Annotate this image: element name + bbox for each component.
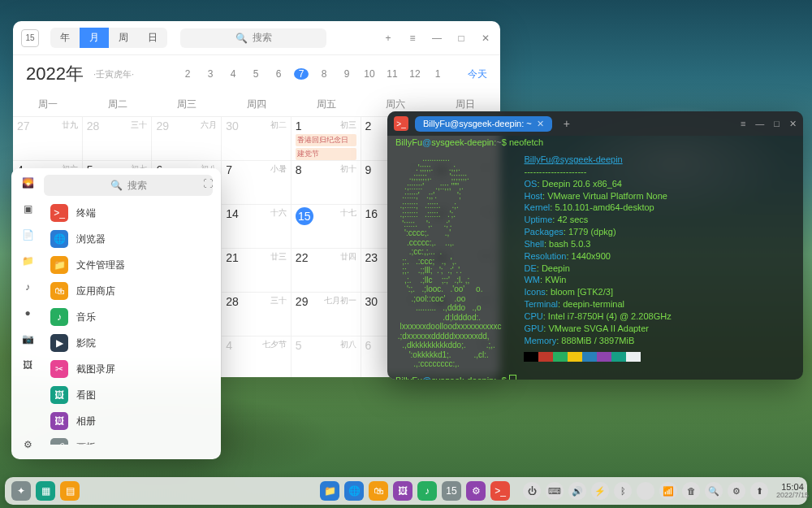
app-应用商店[interactable]: 🛍应用商店: [44, 279, 213, 303]
day-cell[interactable]: 29六月: [152, 117, 222, 161]
neofetch-info: BillyFu@sysgeek-deepin -----------------…: [524, 154, 671, 369]
month-8[interactable]: 8: [317, 68, 331, 80]
view-week[interactable]: 周: [109, 28, 138, 48]
dock-calendar[interactable]: 15: [442, 481, 461, 501]
tray-icon-8[interactable]: 🔍: [705, 482, 723, 500]
app-影院[interactable]: ▶影院: [44, 331, 213, 355]
app-浏览器[interactable]: 🌐浏览器: [44, 227, 213, 251]
app-相册[interactable]: 🖼相册: [44, 409, 213, 433]
doc-icon[interactable]: 📄: [19, 227, 36, 243]
menu-button[interactable]: ≡: [406, 33, 419, 44]
month-9[interactable]: 9: [339, 68, 354, 80]
app-label: 音乐: [76, 310, 96, 324]
day-cell[interactable]: 15十七: [292, 205, 361, 249]
launcher-search[interactable]: 🔍 搜索: [44, 175, 213, 196]
app-label: 浏览器: [76, 232, 106, 246]
day-cell[interactable]: 4七夕节: [222, 336, 292, 377]
day-cell[interactable]: 28三十: [222, 293, 292, 336]
menu-button[interactable]: ≡: [741, 119, 745, 129]
dock-music[interactable]: ♪: [417, 481, 437, 501]
view-day[interactable]: 日: [138, 28, 167, 48]
tray-icon-1[interactable]: ⌨: [546, 482, 564, 500]
folder-icon[interactable]: 📁: [19, 253, 36, 269]
clock[interactable]: 15:042022/7/15: [776, 483, 809, 499]
day-cell[interactable]: 14十六: [222, 205, 292, 249]
search-placeholder: 搜索: [127, 179, 147, 193]
add-event-button[interactable]: +: [382, 33, 395, 44]
tray-icon-7[interactable]: 🗑: [682, 482, 700, 500]
tray-icon-3[interactable]: ⚡: [591, 482, 609, 500]
app-截图录屏[interactable]: ✂截图录屏: [44, 357, 213, 381]
tray-icon-6[interactable]: 📶: [659, 482, 677, 500]
close-button[interactable]: ✕: [479, 33, 492, 44]
dock-multitask[interactable]: ▤: [60, 481, 80, 501]
dock-terminal[interactable]: >_: [490, 481, 510, 501]
view-month[interactable]: 月: [80, 28, 109, 48]
fullscreen-icon[interactable]: ⛶: [203, 178, 213, 189]
day-cell[interactable]: 22廿四: [292, 249, 361, 293]
month-3[interactable]: 3: [203, 68, 218, 80]
dock-launcher[interactable]: ✦: [11, 481, 31, 501]
month-12[interactable]: 12: [408, 68, 422, 80]
day-cell[interactable]: 21廿三: [222, 249, 292, 293]
maximize-button[interactable]: □: [774, 119, 780, 129]
weekday: 周一: [13, 98, 83, 111]
gear-icon[interactable]: ⚙: [19, 436, 36, 453]
weekday: 周三: [152, 98, 222, 111]
day-cell[interactable]: 7小暑: [222, 161, 292, 205]
day-cell[interactable]: 28三十: [83, 117, 153, 161]
dot-icon[interactable]: ●: [19, 305, 36, 321]
dock-album[interactable]: 🖼: [393, 481, 412, 501]
dock-settings[interactable]: ⚙: [466, 481, 486, 501]
dock-files[interactable]: 📁: [320, 481, 339, 501]
minimize-button[interactable]: —: [430, 33, 443, 44]
day-cell[interactable]: 8初十: [292, 161, 361, 205]
prompt-line-2[interactable]: BillyFu@sysgeek-deepin:~$: [387, 374, 803, 380]
tray-icon-0[interactable]: ⏻: [523, 482, 541, 500]
month-5[interactable]: 5: [248, 68, 263, 80]
year-sub: ·壬寅虎年·: [93, 68, 134, 80]
tray-icon-5[interactable]: [637, 482, 654, 500]
app-音乐[interactable]: ♪音乐: [44, 305, 213, 329]
minimize-button[interactable]: —: [755, 119, 764, 129]
picture-icon[interactable]: 🖼: [19, 357, 36, 373]
tray-icon-4[interactable]: ᛒ: [614, 482, 632, 500]
day-cell[interactable]: 30初二: [222, 117, 292, 161]
camera-icon[interactable]: 📷: [19, 331, 36, 347]
music-icon[interactable]: ♪: [19, 279, 36, 295]
month-11[interactable]: 11: [385, 68, 400, 80]
dock-browser[interactable]: 🌐: [344, 481, 364, 501]
month-10[interactable]: 10: [362, 68, 377, 80]
day-cell[interactable]: 29七月初一: [292, 293, 361, 336]
tray-icon-10[interactable]: ⬆: [750, 482, 768, 500]
month-1[interactable]: 1: [430, 68, 445, 80]
new-tab-button[interactable]: +: [564, 117, 570, 130]
view-year[interactable]: 年: [50, 28, 80, 48]
dock-workspace[interactable]: ▦: [36, 481, 55, 501]
terminal-tab[interactable]: BillyFu@sysgeek-deepin: ~ ✕: [415, 116, 552, 132]
today-button[interactable]: 今天: [468, 67, 487, 81]
month-4[interactable]: 4: [226, 68, 240, 80]
dock-store[interactable]: 🛍: [369, 481, 388, 501]
month-6[interactable]: 6: [271, 68, 286, 80]
day-cell[interactable]: 27廿九: [13, 117, 83, 161]
tray-icon-2[interactable]: 🔊: [568, 482, 586, 500]
day-cell[interactable]: 1初三香港回归纪念日建党节: [292, 117, 361, 161]
maximize-button[interactable]: □: [455, 33, 468, 44]
app-终端[interactable]: >_终端: [44, 201, 213, 225]
month-7[interactable]: 7: [294, 68, 309, 80]
tab-close-icon[interactable]: ✕: [537, 119, 544, 129]
app-看图[interactable]: 🖼看图: [44, 383, 213, 407]
app-画板[interactable]: 🖌画板: [44, 435, 213, 445]
calendar-search[interactable]: 🔍 搜索: [180, 28, 326, 48]
tray-icon-9[interactable]: ⚙: [728, 482, 745, 500]
app-icon: ▶: [50, 334, 68, 352]
close-button[interactable]: ✕: [789, 119, 797, 129]
app-文件管理器[interactable]: 📁文件管理器: [44, 253, 213, 277]
app-icon: >_: [50, 204, 68, 222]
home-icon[interactable]: 🌄: [19, 175, 36, 191]
month-2[interactable]: 2: [180, 68, 195, 80]
app-icon: ✂: [50, 360, 68, 378]
day-cell[interactable]: 5初八: [292, 336, 361, 377]
window-icon[interactable]: ▣: [19, 201, 36, 217]
